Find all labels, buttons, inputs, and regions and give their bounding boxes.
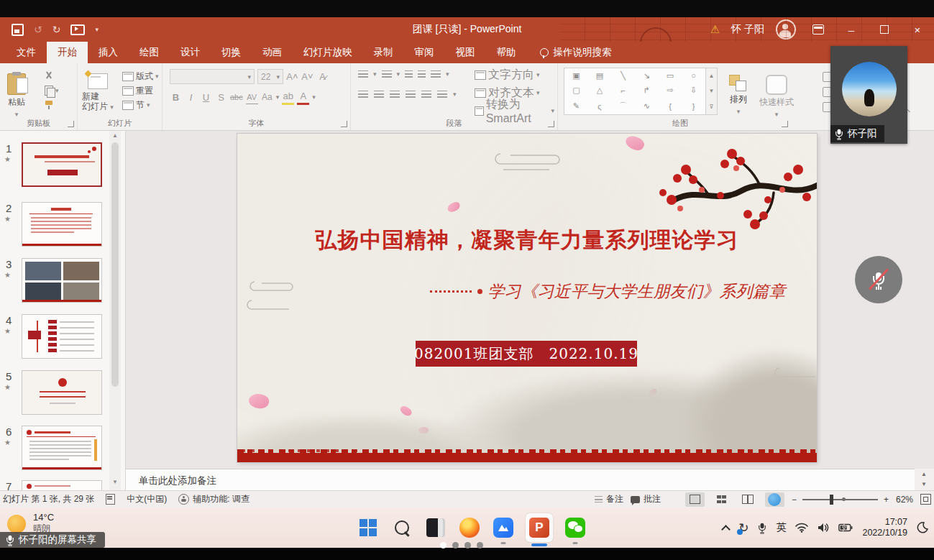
animation-star-icon[interactable]: ★	[4, 215, 11, 223]
scroll-down-icon[interactable]: ▼	[109, 477, 121, 487]
italic-button[interactable]: I	[185, 91, 197, 104]
animation-star-icon[interactable]: ★	[4, 327, 11, 335]
start-button[interactable]	[357, 516, 380, 539]
restore-button[interactable]	[874, 19, 895, 40]
shape-glyph-icon[interactable]: ∿	[644, 101, 650, 111]
reset-button[interactable]: 重置	[119, 83, 162, 98]
format-painter-button[interactable]	[42, 98, 62, 112]
align-left-icon[interactable]	[358, 91, 368, 98]
notes-page-icon[interactable]	[106, 494, 115, 505]
slide-thumbnail[interactable]	[22, 370, 102, 415]
shape-glyph-icon[interactable]: ⌒	[619, 101, 627, 111]
font-name-combo[interactable]: ▾	[170, 69, 255, 84]
shape-glyph-icon[interactable]: ↱	[644, 86, 650, 95]
thumbnail-scrollbar[interactable]: ▲ ▼	[109, 131, 121, 490]
slide-thumbnail[interactable]	[22, 258, 102, 303]
accessibility-status[interactable]: 辅助功能: 调查	[178, 493, 249, 505]
sync-tray-icon[interactable]: ↻	[738, 520, 748, 536]
shape-glyph-icon[interactable]: ▣	[572, 71, 580, 81]
distribute-icon[interactable]	[437, 91, 447, 98]
slide-thumbnail[interactable]	[22, 426, 102, 470]
clear-format-icon[interactable]: A̷	[316, 70, 329, 83]
scroll-down-icon[interactable]: ▼	[915, 479, 933, 490]
cut-button[interactable]	[42, 69, 62, 83]
zoom-in-icon[interactable]: +	[884, 495, 889, 505]
shape-glyph-icon[interactable]: ▢	[572, 86, 580, 95]
screen-share-badge[interactable]: 怀子阳的屏幕共享	[0, 532, 105, 548]
dot-active[interactable]	[440, 542, 447, 548]
speaker-icon[interactable]	[818, 523, 829, 533]
slide-thumbnail[interactable]	[22, 142, 102, 187]
zoom-slider-track[interactable]	[802, 499, 878, 500]
slide-badge[interactable]: 082001班团支部 2022.10.19	[416, 341, 637, 367]
scroll-up-icon[interactable]: ▲	[915, 469, 933, 479]
zoom-level[interactable]: 62%	[896, 495, 913, 505]
app-wechat[interactable]	[564, 516, 587, 539]
shape-glyph-icon[interactable]: ▭	[667, 71, 674, 81]
shape-glyph-icon[interactable]: ▤	[596, 71, 603, 81]
language-status[interactable]: 中文(中国)	[127, 493, 167, 505]
ribbon-tab[interactable]: 帮助	[486, 42, 527, 63]
reading-view-button[interactable]	[738, 492, 758, 507]
ribbon-tab[interactable]: 开始	[47, 42, 88, 63]
font-color-button[interactable]: A	[297, 89, 309, 105]
app-notebook[interactable]	[424, 516, 447, 539]
ribbon-tab[interactable]: 设计	[170, 42, 211, 63]
animation-star-icon[interactable]: ★	[4, 383, 11, 391]
justify-icon[interactable]	[406, 91, 416, 98]
slide-thumbnail[interactable]	[22, 480, 102, 490]
copy-button[interactable]: ▾	[42, 83, 62, 98]
highlight-color-button[interactable]: ab	[282, 89, 294, 105]
ribbon-tab[interactable]: 审阅	[404, 42, 445, 63]
shape-glyph-icon[interactable]: ○	[691, 71, 696, 80]
notes-scrollbar[interactable]: ▲ ▼	[915, 469, 934, 490]
ribbon-tab[interactable]: 视图	[445, 42, 486, 63]
layout-button[interactable]: 版式▾	[119, 69, 162, 83]
app-firefox[interactable]	[458, 516, 481, 539]
mute-microphone-button[interactable]	[855, 256, 902, 303]
app-tencent-meeting[interactable]	[492, 516, 515, 539]
shape-glyph-icon[interactable]: ⇨	[667, 86, 673, 95]
fit-to-window-icon[interactable]	[920, 494, 931, 505]
change-case-button[interactable]: Aa	[261, 91, 273, 104]
ime-indicator[interactable]: 英	[776, 521, 786, 534]
smartart-button[interactable]: 转换为 SmartArt▾	[472, 104, 557, 118]
shape-glyph-icon[interactable]: }	[692, 102, 695, 111]
dialog-launcher-icon[interactable]	[782, 121, 788, 127]
normal-view-button[interactable]	[685, 492, 705, 507]
account-name[interactable]: 怀 子阳	[731, 23, 764, 36]
hidden-icons-chevron[interactable]	[722, 524, 729, 531]
shape-glyph-icon[interactable]: △	[597, 86, 603, 95]
line-spacing-icon[interactable]	[431, 70, 441, 78]
font-size-combo[interactable]: 22▾	[257, 69, 283, 84]
close-button[interactable]: ×	[907, 19, 928, 40]
minimize-button[interactable]: –	[841, 19, 862, 40]
shapes-gallery-scroll[interactable]: ▲▼⊽	[706, 68, 718, 115]
increase-font-icon[interactable]: A˄	[286, 70, 298, 83]
ribbon-tab[interactable]: 切换	[211, 42, 252, 63]
shape-glyph-icon[interactable]: ⌐	[621, 86, 625, 95]
slide-subtitle[interactable]: 学习《习近平与大学生朋友们》系列篇章	[403, 280, 812, 303]
bold-button[interactable]: B	[170, 91, 182, 104]
clock[interactable]: 17:07 2022/10/19	[862, 517, 907, 538]
dialog-launcher-icon[interactable]	[341, 121, 347, 127]
webcam-overlay[interactable]: 怀子阳	[830, 46, 907, 144]
animation-star-icon[interactable]: ★	[4, 439, 11, 446]
numbering-icon[interactable]	[382, 70, 392, 78]
shapes-gallery[interactable]: ▣▤╲↘▭○▢△⌐↱⇨⇩✎ς⌒∿{}	[564, 68, 706, 115]
paste-button[interactable]: 粘贴 ▾	[7, 68, 26, 119]
pagination-dots[interactable]	[440, 542, 483, 548]
dialog-launcher-icon[interactable]	[68, 121, 74, 127]
shadow-button[interactable]: S	[215, 91, 227, 104]
increase-indent-icon[interactable]	[418, 70, 426, 78]
notes-toggle[interactable]: 备注	[595, 493, 623, 505]
slide-thumbnail[interactable]	[22, 314, 102, 359]
text-direction-button[interactable]: 文字方向▾	[472, 68, 557, 82]
decrease-indent-icon[interactable]	[405, 70, 413, 78]
animation-star-icon[interactable]: ★	[4, 271, 11, 279]
ribbon-tab[interactable]: 动画	[252, 42, 293, 63]
search-button[interactable]	[390, 516, 413, 539]
dot[interactable]	[464, 542, 471, 548]
strikethrough-button[interactable]: abc	[230, 91, 243, 104]
slide-title[interactable]: 弘扬中国精神，凝聚青年力量系列理论学习	[237, 226, 817, 255]
